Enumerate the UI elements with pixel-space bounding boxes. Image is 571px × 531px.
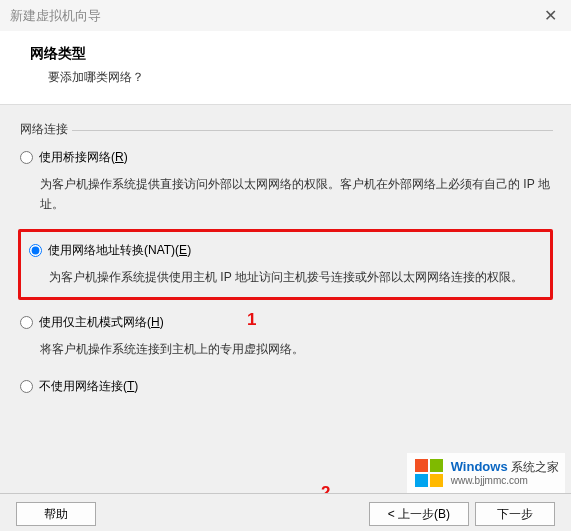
svg-rect-0 <box>415 459 428 472</box>
nav-button-group: < 上一步(B) 下一步 <box>369 502 555 531</box>
radio-none[interactable]: 不使用网络连接(T) <box>18 374 553 399</box>
radio-nat[interactable]: 使用网络地址转换(NAT)(E) <box>27 238 544 263</box>
radio-hostonly[interactable]: 使用仅主机模式网络(H) <box>18 310 553 335</box>
highlight-box-nat: 使用网络地址转换(NAT)(E) 为客户机操作系统提供使用主机 IP 地址访问主… <box>18 229 553 300</box>
radio-hostonly-input[interactable] <box>20 316 33 329</box>
help-button[interactable]: 帮助 <box>16 502 96 526</box>
watermark-brand: Windows <box>451 459 508 474</box>
content-area: 网络连接 使用桥接网络(R) 为客户机操作系统提供直接访问外部以太网网络的权限。… <box>0 105 571 399</box>
svg-rect-2 <box>415 474 428 487</box>
network-fieldset: 使用桥接网络(R) 为客户机操作系统提供直接访问外部以太网网络的权限。客户机在外… <box>18 130 553 399</box>
window-title: 新建虚拟机向导 <box>10 7 101 25</box>
svg-rect-3 <box>430 474 443 487</box>
watermark-text: Windows 系统之家 www.bjjmmc.com <box>451 459 559 487</box>
radio-bridged-label: 使用桥接网络(R) <box>39 149 128 166</box>
windows-logo-icon <box>413 457 445 489</box>
watermark: Windows 系统之家 www.bjjmmc.com <box>407 453 565 493</box>
fieldset-label: 网络连接 <box>16 122 72 136</box>
watermark-suffix: 系统之家 <box>511 460 559 474</box>
radio-nat-input[interactable] <box>29 244 42 257</box>
page-subtitle: 要添加哪类网络？ <box>48 69 551 86</box>
radio-bridged-input[interactable] <box>20 151 33 164</box>
svg-rect-1 <box>430 459 443 472</box>
radio-nat-desc: 为客户机操作系统提供使用主机 IP 地址访问主机拨号连接或外部以太网网络连接的权… <box>49 267 544 287</box>
radio-none-input[interactable] <box>20 380 33 393</box>
titlebar: 新建虚拟机向导 ✕ <box>0 0 571 31</box>
radio-bridged-desc: 为客户机操作系统提供直接访问外部以太网网络的权限。客户机在外部网络上必须有自己的… <box>40 174 553 215</box>
next-button[interactable]: 下一步 <box>475 502 555 526</box>
close-icon[interactable]: ✕ <box>540 6 561 25</box>
page-title: 网络类型 <box>30 45 551 63</box>
radio-nat-label: 使用网络地址转换(NAT)(E) <box>48 242 191 259</box>
back-button[interactable]: < 上一步(B) <box>369 502 469 526</box>
wizard-header: 网络类型 要添加哪类网络？ <box>0 31 571 105</box>
radio-hostonly-desc: 将客户机操作系统连接到主机上的专用虚拟网络。 <box>40 339 553 359</box>
watermark-url: www.bjjmmc.com <box>451 475 559 487</box>
button-bar: 帮助 < 上一步(B) 下一步 <box>0 493 571 531</box>
radio-none-label: 不使用网络连接(T) <box>39 378 138 395</box>
radio-bridged[interactable]: 使用桥接网络(R) <box>18 145 553 170</box>
radio-hostonly-label: 使用仅主机模式网络(H) <box>39 314 164 331</box>
